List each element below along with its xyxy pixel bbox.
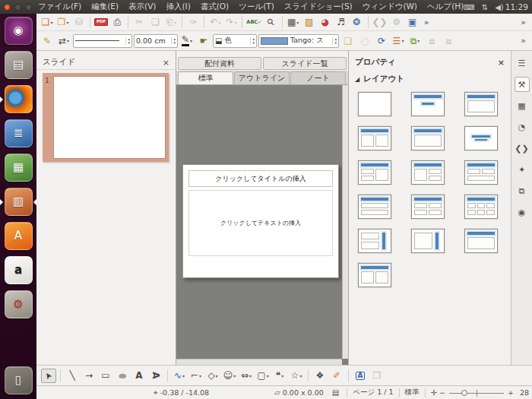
line-tool[interactable]: ╲: [65, 369, 80, 383]
zoom-slider[interactable]: [449, 388, 504, 397]
vertical-text-tool[interactable]: A: [148, 369, 163, 383]
launcher-firefox[interactable]: [5, 85, 33, 113]
stars-tool[interactable]: ☆▾: [289, 369, 304, 383]
menu-insert[interactable]: 挿入(I): [166, 2, 190, 12]
layout-content-and-two-content[interactable]: [411, 160, 445, 185]
standard-toolbar-overflow[interactable]: »: [421, 17, 432, 27]
line-color-button[interactable]: ✎▾: [179, 33, 195, 48]
dropdown-arrow-icon[interactable]: ▾: [299, 373, 302, 378]
layout-four-content[interactable]: [411, 195, 445, 219]
align-button[interactable]: ☰▾: [391, 33, 406, 48]
close-button[interactable]: [4, 4, 11, 11]
symbol-shapes-tool[interactable]: ☺▾: [222, 369, 237, 383]
sidebar-settings-button[interactable]: ☰: [515, 55, 530, 71]
redo-button[interactable]: ↷▾: [223, 15, 239, 30]
layout-section-header[interactable]: ◢ レイアウト: [349, 69, 511, 86]
block-arrows-tool[interactable]: ⇔▾: [239, 369, 254, 383]
show-draw-functions-button[interactable]: ❮❯: [372, 15, 388, 30]
volume-indicator-icon[interactable]: ◀): [495, 3, 504, 11]
line-width-spinner[interactable]: 0.00 cm▴▾: [134, 34, 178, 48]
dropdown-arrow-icon[interactable]: ▾: [190, 38, 192, 43]
vertical-scrollbar[interactable]: [342, 85, 348, 359]
layout-two-content-and-content[interactable]: [358, 160, 391, 185]
launcher-trash[interactable]: ▯: [5, 366, 33, 394]
insert-chart-button[interactable]: ◕: [318, 15, 333, 30]
insert-table-button[interactable]: ▦▾: [286, 15, 301, 30]
save-button[interactable]: ⛁: [71, 15, 87, 30]
curve-tool[interactable]: ∿▾: [172, 369, 187, 383]
fontwork-button[interactable]: A: [353, 369, 368, 383]
rotate-button[interactable]: ⟳: [374, 33, 389, 48]
menu-slideshow[interactable]: スライドショー(S): [284, 2, 353, 12]
menu-format[interactable]: 書式(O): [201, 2, 229, 12]
insert-media-button[interactable]: ♬: [334, 15, 349, 30]
flowchart-tool[interactable]: ▢▾: [255, 369, 271, 383]
dropdown-arrow-icon[interactable]: ▾: [66, 20, 68, 25]
minimize-button[interactable]: [14, 4, 21, 11]
maximize-button[interactable]: [25, 4, 32, 11]
paste-button[interactable]: ⎗▾: [163, 15, 179, 30]
copy-button[interactable]: ❏: [147, 15, 163, 30]
group-button[interactable]: ⧈: [424, 33, 439, 48]
dropdown-arrow-icon[interactable]: ▾: [233, 373, 236, 378]
network-indicator-icon[interactable]: ⇅: [482, 3, 488, 11]
spinner-arrows-icon[interactable]: ▴▾: [171, 37, 176, 45]
export-pdf-button[interactable]: PDF: [93, 15, 109, 30]
dropdown-arrow-icon[interactable]: ▾: [174, 20, 176, 25]
dropdown-arrow-icon[interactable]: ▾: [401, 38, 404, 43]
clock[interactable]: 11:29: [505, 2, 528, 11]
undo-button[interactable]: ↶▾: [207, 15, 223, 30]
fit-slide-icon[interactable]: ✛: [431, 388, 437, 397]
layout-blank[interactable]: [358, 92, 391, 116]
styles-tab[interactable]: ⧉: [515, 183, 530, 198]
shadow-button[interactable]: ❑: [340, 33, 356, 48]
slide-thumbnail[interactable]: 1: [43, 73, 169, 162]
dropdown-arrow-icon[interactable]: ▾: [249, 373, 252, 378]
connector-tool[interactable]: ⌐▾: [188, 369, 204, 383]
slide-transition-tab[interactable]: ◔: [515, 119, 530, 135]
glue-points-button[interactable]: ✐: [329, 369, 344, 383]
master-slide-name[interactable]: 標準: [405, 388, 420, 397]
line-button[interactable]: ✎: [40, 33, 55, 48]
custom-animation-tab[interactable]: ❮❯: [515, 141, 530, 156]
dropdown-arrow-icon[interactable]: ▾: [417, 38, 420, 43]
layout-vertical-title-vertical-text[interactable]: [411, 229, 445, 253]
insert-hyperlink-button[interactable]: ❂: [350, 15, 365, 30]
tab-slide-sorter[interactable]: スライド一覧: [263, 57, 347, 70]
transform-button[interactable]: ◌: [357, 33, 372, 48]
launcher-impress[interactable]: ▥: [5, 188, 33, 216]
fill-color-select[interactable]: Tango: ス▴▾: [258, 34, 339, 48]
presentation-toolbar-overflow[interactable]: »: [518, 17, 529, 27]
spinner-arrows-icon[interactable]: ▴▾: [250, 37, 255, 45]
dropdown-arrow-icon[interactable]: ▾: [281, 373, 283, 378]
area-style-select[interactable]: ⬓色▴▾: [213, 34, 257, 48]
arrow-style-button[interactable]: ⇄▾: [56, 33, 71, 48]
menu-tools[interactable]: ツール(T): [239, 2, 274, 12]
launcher-software-center[interactable]: A: [5, 222, 33, 250]
presentation-button[interactable]: ▣: [405, 15, 420, 30]
zoom-out-button[interactable]: −: [439, 388, 445, 397]
layout-two-content-over-content[interactable]: [464, 160, 498, 185]
zoom-button[interactable]: ⚲: [264, 15, 279, 30]
arrow-tool[interactable]: →: [81, 369, 97, 383]
launcher-ubuntu-dash[interactable]: ◉: [5, 17, 33, 45]
print-button[interactable]: ⎙: [109, 15, 125, 30]
menu-file[interactable]: ファイル(F): [38, 2, 81, 12]
textbox-tool[interactable]: A: [131, 369, 147, 383]
layout-title-two-vertical-text[interactable]: [358, 263, 391, 287]
line-style-select[interactable]: ▴▾: [73, 34, 132, 48]
dropdown-arrow-icon[interactable]: ▾: [199, 373, 201, 378]
open-button[interactable]: ❐▾: [55, 15, 71, 30]
master-pages-tab[interactable]: ▦: [515, 98, 530, 113]
zoom-slider-thumb[interactable]: [461, 390, 467, 396]
basic-shapes-tool[interactable]: ◇▾: [205, 369, 220, 383]
dropdown-arrow-icon[interactable]: ▾: [234, 20, 236, 25]
layout-vertical-title-text-chart[interactable]: [358, 229, 391, 253]
keyboard-indicator-icon[interactable]: ⌨: [464, 3, 474, 11]
layout-title-two-content[interactable]: [358, 126, 391, 150]
select-tool[interactable]: ➤: [41, 369, 56, 383]
slide-canvas[interactable]: クリックしてタイトルの挿入 クリックしてテキストの挿入: [182, 164, 339, 278]
clone-formatting-button[interactable]: ✑: [185, 15, 201, 30]
arrange-button[interactable]: ⧉▾: [407, 33, 423, 48]
spelling-button[interactable]: ABC✓: [245, 15, 262, 30]
